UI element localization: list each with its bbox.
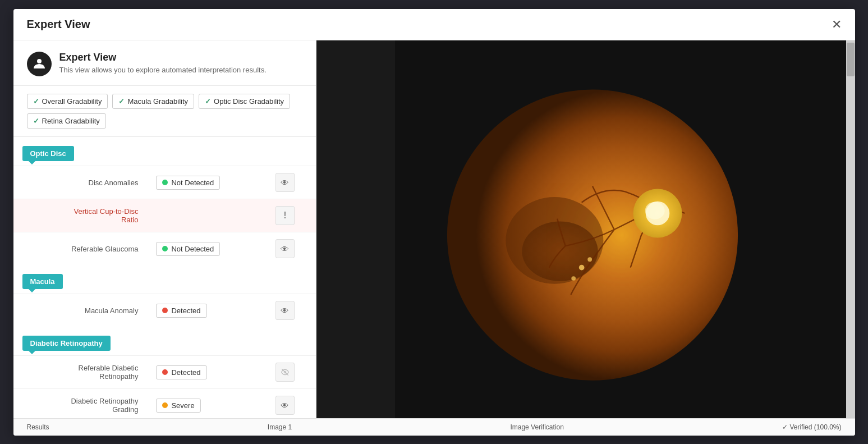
expert-icon (27, 52, 52, 76)
referable-dr-action (267, 356, 316, 389)
left-panel: Expert View This view allows you to expl… (13, 40, 316, 418)
badge-label: Detected (171, 306, 200, 315)
scrollbar-thumb[interactable] (847, 43, 855, 76)
glaucoma-result: Not Detected (147, 232, 266, 266)
eye-button[interactable]: 👁 (275, 301, 295, 320)
eye-button-inactive[interactable] (275, 363, 295, 382)
red-dot (162, 369, 168, 375)
dark-strip-left (316, 40, 395, 418)
tag-optic-disc[interactable]: ✓ Optic Disc Gradability (199, 94, 290, 109)
modal-overlay: Expert View ✕ Expert View (0, 0, 868, 444)
check-icon: ✓ (205, 97, 211, 106)
check-icon: ✓ (118, 97, 125, 106)
vcdr-action: ! (267, 199, 316, 232)
dr-grading-label: Diabetic RetinopathyGrading (13, 389, 148, 419)
gradability-tags: ✓ Overall Gradability ✓ Macula Gradabili… (13, 86, 316, 137)
eye-button[interactable]: 👁 (275, 173, 295, 192)
disc-anomalies-result: Not Detected (147, 166, 266, 199)
dr-table: Referable DiabeticRetinopathy Detected (13, 355, 316, 418)
macula-table: Macula Anomaly Detected 👁 (13, 294, 316, 327)
macula-header: Macula (22, 274, 63, 289)
optic-disc-header: Optic Disc (22, 146, 74, 161)
svg-point-16 (571, 276, 576, 281)
dr-grading-action: 👁 (267, 389, 316, 419)
tag-macula[interactable]: ✓ Macula Gradability (112, 94, 194, 109)
expert-view-modal: Expert View ✕ Expert View (13, 9, 855, 436)
referable-dr-label: Referable DiabeticRetinopathy (13, 356, 148, 389)
svg-point-0 (37, 59, 42, 63)
table-row: Referable DiabeticRetinopathy Detected (13, 356, 316, 389)
tag-label: Overall Gradability (42, 97, 102, 106)
referable-dr-result: Detected (147, 356, 266, 389)
verification-label: Image Verification (510, 423, 563, 431)
expert-view-description: This view allows you to explore automate… (59, 66, 267, 74)
modal-title-bar: Expert View ✕ (13, 9, 855, 40)
macula-anomaly-action: 👁 (267, 294, 316, 327)
disc-anomalies-label: Disc Anomalies (13, 166, 148, 199)
svg-point-14 (578, 264, 584, 270)
badge-label: Detected (171, 368, 200, 377)
glaucoma-label: Referable Glaucoma (13, 232, 148, 266)
retinal-image (430, 67, 755, 392)
svg-rect-1 (38, 67, 41, 68)
tag-label: Macula Gradability (127, 97, 188, 106)
severe-badge: Severe (156, 399, 200, 413)
expert-view-header: Expert View This view allows you to expl… (13, 40, 316, 86)
badge-label: Not Detected (171, 178, 214, 187)
verified-label: ✓ Verified (100.0%) (782, 423, 841, 431)
detected-badge: Detected (156, 304, 206, 318)
vcdr-result (147, 199, 266, 232)
optic-disc-table: Disc Anomalies Not Detected 👁 (13, 166, 316, 265)
tag-overall[interactable]: ✓ Overall Gradability (27, 94, 108, 109)
table-row: Vertical Cup-to-DiscRatio ! (13, 199, 316, 232)
expert-view-heading: Expert View (59, 52, 267, 63)
image-panel (395, 40, 790, 418)
right-panel (316, 40, 855, 418)
image-label: Image 1 (268, 423, 292, 431)
person-icon (33, 57, 46, 71)
macula-anomaly-label: Macula Anomaly (13, 294, 148, 327)
eye-button[interactable]: 👁 (275, 239, 295, 258)
check-icon: ✓ (33, 97, 39, 106)
check-icon: ✓ (33, 117, 39, 125)
expert-view-text: Expert View This view allows you to expl… (59, 52, 267, 74)
table-row: Disc Anomalies Not Detected 👁 (13, 166, 316, 199)
tag-label: Retina Gradability (42, 117, 100, 125)
scrollbar[interactable] (846, 40, 855, 418)
modal-body: Expert View This view allows you to expl… (13, 40, 855, 418)
dr-header: Diabetic Retinopathy (22, 336, 111, 351)
disc-anomalies-action: 👁 (267, 166, 316, 199)
vcdr-label: Vertical Cup-to-DiscRatio (13, 199, 148, 232)
bottom-bar: Results Image 1 Image Verification ✓ Ver… (13, 418, 855, 436)
svg-point-15 (587, 257, 592, 262)
close-button[interactable]: ✕ (832, 19, 842, 31)
detected-badge: Detected (156, 365, 206, 379)
badge-label: Not Detected (171, 245, 214, 253)
not-detected-badge: Not Detected (156, 242, 220, 256)
glaucoma-action: 👁 (267, 232, 316, 266)
orange-dot (162, 402, 168, 408)
table-row: Macula Anomaly Detected 👁 (13, 294, 316, 327)
diabetic-retinopathy-section: Diabetic Retinopathy Referable DiabeticR… (13, 327, 316, 418)
badge-label: Severe (171, 401, 194, 410)
macula-section: Macula Macula Anomaly Detected (13, 265, 316, 327)
red-dot (162, 308, 168, 313)
table-row: Referable Glaucoma Not Detected 👁 (13, 232, 316, 266)
tag-label: Optic Disc Gradability (214, 97, 284, 106)
macula-anomaly-result: Detected (147, 294, 266, 327)
modal-title: Expert View (27, 18, 90, 31)
results-label: Results (27, 423, 49, 431)
eye-button[interactable]: 👁 (275, 396, 295, 415)
green-dot (162, 180, 168, 185)
green-dot (162, 246, 168, 251)
table-row: Diabetic RetinopathyGrading Severe 👁 (13, 389, 316, 419)
not-detected-badge: Not Detected (156, 176, 220, 190)
optic-disc-section: Optic Disc Disc Anomalies Not Detected (13, 137, 316, 265)
dark-strip-right (790, 40, 846, 418)
alert-button[interactable]: ! (275, 206, 295, 225)
dr-grading-result: Severe (147, 389, 266, 419)
tag-retina[interactable]: ✓ Retina Gradability (27, 113, 106, 129)
svg-line-3 (282, 369, 288, 376)
svg-point-13 (645, 202, 664, 219)
